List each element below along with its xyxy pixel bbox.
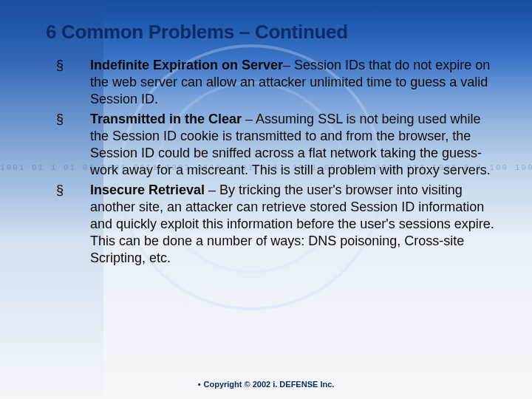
- bullet-lead: Indefinite Expiration on Server: [90, 58, 283, 72]
- bullet-item: Insecure Retrieval – By tricking the use…: [56, 182, 495, 267]
- slide-footer: Copyright © 2002 i. DEFENSE Inc.: [0, 380, 532, 389]
- bullet-item: Transmitted in the Clear – Assuming SSL …: [56, 111, 495, 179]
- bullet-sep: –: [283, 58, 294, 72]
- footer-bullet-icon: [198, 380, 204, 389]
- slide-title: 6 Common Problems – Continued: [46, 21, 495, 44]
- bullet-lead: Insecure Retrieval: [90, 183, 208, 197]
- bullet-lead: Transmitted in the Clear: [90, 112, 245, 126]
- slide-content: 6 Common Problems – Continued Indefinite…: [0, 0, 532, 399]
- bullet-sep: –: [245, 112, 256, 126]
- bullet-list: Indefinite Expiration on Server– Session…: [46, 57, 495, 267]
- footer-text: Copyright © 2002 i. DEFENSE Inc.: [204, 380, 335, 389]
- bullet-sep: –: [208, 183, 219, 197]
- bullet-item: Indefinite Expiration on Server– Session…: [56, 57, 495, 108]
